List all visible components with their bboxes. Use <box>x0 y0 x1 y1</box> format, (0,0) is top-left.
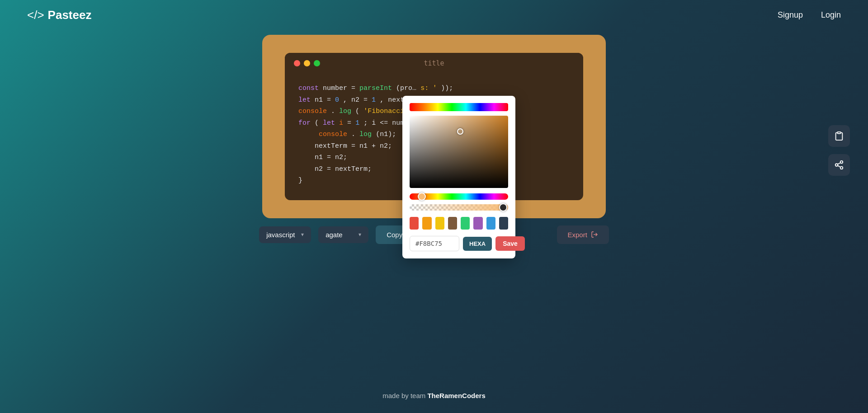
code-line: const number = parseInt (pro… s: ' )); <box>298 83 570 94</box>
svg-rect-0 <box>837 132 840 134</box>
footer: made by team TheRamenCoders <box>0 392 868 399</box>
hex-input[interactable] <box>410 236 459 251</box>
dot-red <box>294 60 300 66</box>
alpha-handle[interactable] <box>499 203 507 211</box>
color-picker-popup: HEXA Save <box>402 96 515 258</box>
svg-line-4 <box>838 165 840 167</box>
preset-color-purple[interactable] <box>473 217 482 230</box>
hue-slider[interactable] <box>410 193 508 200</box>
logo-text: Pasteez <box>48 8 92 22</box>
login-link[interactable]: Login <box>821 10 841 20</box>
color-picker-handle[interactable] <box>457 128 463 135</box>
export-label: Export <box>568 231 587 239</box>
share-button[interactable] <box>828 154 850 176</box>
dot-yellow <box>304 60 310 66</box>
hexa-button[interactable]: HEXA <box>463 237 492 251</box>
footer-made-by: made by team <box>382 392 427 399</box>
hex-row: HEXA Save <box>410 236 508 251</box>
side-icons <box>828 125 850 176</box>
navbar: </> Pasteez Signup Login <box>0 0 868 30</box>
clipboard-icon <box>834 131 844 141</box>
logo-brackets: </> <box>27 8 44 22</box>
theme-select-wrapper[interactable]: agate monokai dracula solarized ▾ <box>318 226 368 243</box>
save-button[interactable]: Save <box>495 236 525 251</box>
preset-color-orange[interactable] <box>422 217 431 230</box>
svg-point-1 <box>840 161 843 164</box>
window-title: title <box>424 59 444 67</box>
preset-color-dark[interactable] <box>499 217 508 230</box>
preset-color-green[interactable] <box>461 217 470 230</box>
preset-color-blue[interactable] <box>486 217 495 230</box>
svg-point-2 <box>835 164 838 166</box>
color-picker-gradient[interactable] <box>410 116 508 188</box>
language-select[interactable]: javascript python typescript html css <box>266 231 297 239</box>
language-select-wrapper[interactable]: javascript python typescript html css ▾ <box>259 226 311 243</box>
svg-point-3 <box>840 167 843 169</box>
language-chevron-icon: ▾ <box>301 231 304 238</box>
signup-link[interactable]: Signup <box>778 10 803 20</box>
nav-links: Signup Login <box>778 10 841 20</box>
editor-container: title const number = parseInt (pro… s: '… <box>262 35 606 218</box>
footer-team-name: TheRamenCoders <box>427 392 485 399</box>
color-picker-hue-strip[interactable] <box>410 103 508 111</box>
alpha-overlay <box>410 204 508 211</box>
hue-handle[interactable] <box>418 192 426 201</box>
theme-select[interactable]: agate monokai dracula solarized <box>326 231 355 239</box>
share-icon <box>834 160 844 170</box>
window-dots <box>294 60 320 66</box>
preset-color-yellow[interactable] <box>435 217 444 230</box>
theme-chevron-icon: ▾ <box>359 231 361 238</box>
svg-line-5 <box>838 163 840 164</box>
logo: </> Pasteez <box>27 8 91 22</box>
alpha-slider[interactable] <box>410 204 508 211</box>
clipboard-button[interactable] <box>828 125 850 147</box>
preset-color-brown[interactable] <box>448 217 457 230</box>
export-icon <box>591 231 598 238</box>
export-button[interactable]: Export <box>557 225 609 244</box>
preset-color-red[interactable] <box>410 217 419 230</box>
preset-colors <box>410 217 508 230</box>
editor-titlebar: title <box>285 53 583 74</box>
main-content: title const number = parseInt (pro… s: '… <box>0 35 868 218</box>
dot-green <box>314 60 320 66</box>
